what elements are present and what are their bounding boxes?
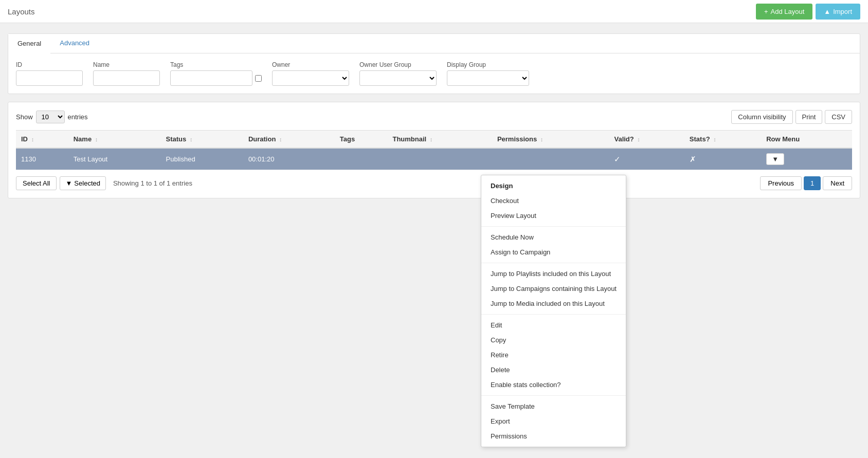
col-stats[interactable]: Stats? ↕ [684,131,761,149]
filter-display-group: Display Group [447,61,529,86]
sort-icon-status: ↕ [190,136,193,142]
filter-body: ID Name Tags Owner [8,53,860,94]
filter-owner-user-group: Owner User Group [359,61,437,86]
add-layout-button[interactable]: + Add Layout [756,4,812,20]
tab-general[interactable]: General [8,34,50,53]
dropdown-item[interactable]: Design [481,178,626,193]
sort-icon-duration: ↕ [279,136,282,142]
col-duration[interactable]: Duration ↕ [243,131,335,149]
filter-name-input[interactable] [93,70,160,86]
entries-per-page-select[interactable]: 10 25 50 100 [36,111,65,123]
filter-tags-label: Tags [170,61,262,68]
sort-icon-permissions: ↕ [540,136,544,142]
filter-name: Name [93,61,160,86]
filter-id: ID [16,61,83,86]
show-label: Show [16,113,33,121]
page-title: Layouts [8,7,35,16]
entries-label: entries [68,113,88,121]
dropdown-section: DesignCheckoutPreview Layout [481,175,626,209]
filter-owner-select[interactable] [272,70,349,86]
show-entries: Show 10 25 50 100 entries [16,111,88,123]
col-id[interactable]: ID ↕ [16,131,68,149]
chevron-down-icon: ▼ [65,179,72,187]
filter-tags-checkbox[interactable] [255,75,262,82]
filter-tabs: General Advanced [8,34,860,53]
cell-thumbnail [387,148,492,170]
filter-owner-label: Owner [272,61,349,68]
with-selected-button[interactable]: ▼ Selected [60,176,105,190]
cell-row-menu: ▼ [761,148,852,170]
showing-text: Showing 1 to 1 of 1 entries [113,179,192,187]
filter-card: General Advanced ID Name Tags [8,33,860,94]
col-name[interactable]: Name ↕ [68,131,161,149]
next-button[interactable]: Next [823,176,852,190]
stats-x-icon: ✗ [690,155,696,163]
filter-row: ID Name Tags Owner [16,61,852,86]
cell-valid: ✓ [609,148,684,170]
table-section: Show 10 25 50 100 entries Column visibil… [8,102,860,198]
cell-stats: ✗ [684,148,761,170]
filter-tags-with-checkbox [170,70,262,86]
table-buttons: Column visibility Print CSV [731,110,852,124]
cell-permissions [492,148,609,170]
filter-display-group-with-checkbox [447,70,529,86]
col-permissions[interactable]: Permissions ↕ [492,131,609,149]
tab-advanced[interactable]: Advanced [50,34,99,53]
previous-button[interactable]: Previous [760,176,802,190]
filter-owner-with-checkbox [272,70,349,86]
row-menu-button[interactable]: ▼ [766,153,784,165]
row-dropdown-menu: DesignCheckoutPreview LayoutSchedule Now… [481,175,626,209]
table-controls: Show 10 25 50 100 entries Column visibil… [16,110,852,124]
valid-check-icon: ✓ [614,155,621,163]
pagination: Previous 1 Next [760,176,852,190]
dropdown-item[interactable]: Preview Layout [481,208,626,209]
top-bar-actions: + Add Layout ▲ Import [756,4,860,20]
col-row-menu: Row Menu [761,131,852,149]
select-all-button[interactable]: Select All [16,176,57,190]
sort-icon-stats: ↕ [713,136,716,142]
import-button[interactable]: ▲ Import [816,4,860,20]
bottom-controls: Select All ▼ Selected Showing 1 to 1 of … [16,176,852,190]
filter-id-input[interactable] [16,70,83,86]
filter-owner-user-group-select[interactable] [359,70,437,86]
sort-icon-valid: ↕ [637,136,640,142]
filter-tags: Tags [170,61,262,86]
plus-icon: + [764,8,768,15]
col-tags[interactable]: Tags [335,131,388,149]
filter-display-group-label: Display Group [447,61,529,68]
layouts-table: ID ↕ Name ↕ Status ↕ Duration ↕ Tags Thu… [16,130,852,170]
table-header-row: ID ↕ Name ↕ Status ↕ Duration ↕ Tags Thu… [16,131,852,149]
csv-button[interactable]: CSV [825,110,852,124]
table-row[interactable]: 1130 Test Layout Published 00:01:20 ✓ ✗ … [16,148,852,170]
upload-icon: ▲ [824,8,830,15]
column-visibility-button[interactable]: Column visibility [731,110,792,124]
cell-status: Published [161,148,243,170]
filter-name-label: Name [93,61,160,68]
select-actions: Select All ▼ Selected Showing 1 to 1 of … [16,176,192,190]
sort-icon-name: ↕ [95,136,98,142]
main-content: General Advanced ID Name Tags [0,23,868,209]
col-thumbnail[interactable]: Thumbnail ↕ [387,131,492,149]
col-valid[interactable]: Valid? ↕ [609,131,684,149]
filter-id-label: ID [16,61,83,68]
cell-name: Test Layout [68,148,161,170]
cell-id: 1130 [16,148,68,170]
filter-owner: Owner [272,61,349,86]
top-bar: Layouts + Add Layout ▲ Import [0,0,868,23]
print-button[interactable]: Print [795,110,823,124]
sort-icon-id: ↕ [31,136,34,142]
filter-owner-user-group-with-checkbox [359,70,437,86]
sort-icon-thumbnail: ↕ [430,136,433,142]
page-number-button[interactable]: 1 [804,176,821,190]
filter-display-group-select[interactable] [447,70,529,86]
filter-owner-user-group-label: Owner User Group [359,61,437,68]
col-status[interactable]: Status ↕ [161,131,243,149]
cell-tags [335,148,388,170]
cell-duration: 00:01:20 [243,148,335,170]
dropdown-item[interactable]: Checkout [481,193,626,208]
filter-tags-input[interactable] [170,70,252,86]
